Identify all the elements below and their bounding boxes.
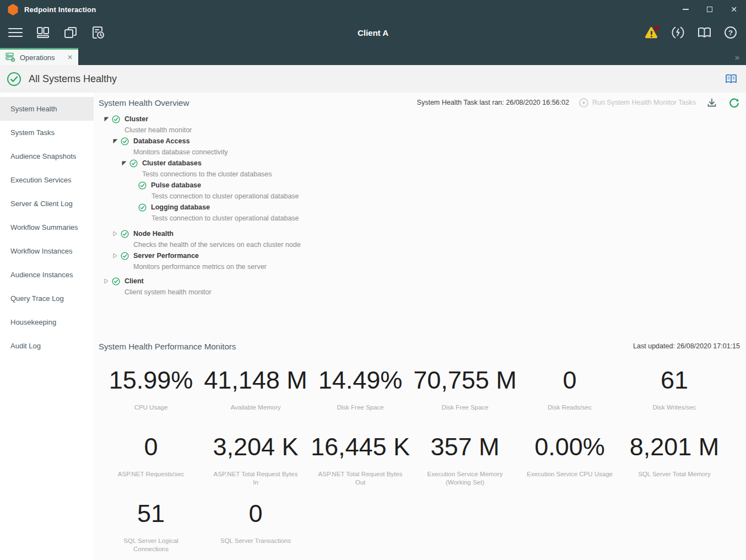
metric-disk-free-space-mb: 70,755 MDisk Free Space [413,360,517,427]
metric-label: ASP.NET Total Request Bytes Out [308,470,413,487]
tree-node-desc: Tests connection to cluster operational … [99,213,740,224]
sidebar-item-workflow-instances[interactable]: Workflow Instances [0,239,94,263]
metric-label: Execution Service Memory (Working Set) [413,470,517,487]
metric-label: SQL Server Total Memory [622,470,727,478]
sync-icon[interactable] [670,25,685,40]
tab-strip: Operations ✕ » [0,46,746,65]
sidebar-item-system-health[interactable]: System Health [0,97,94,121]
tab-overflow-chevron-icon[interactable]: » [735,53,739,61]
metric-label: ASP.NET Requests/sec [99,470,203,478]
system-status-bar: All Systems Healthy [0,65,746,93]
window-controls: ✕ [673,0,746,19]
metric-value: 51 [99,494,203,534]
status-text: All Systems Healthy [29,73,117,85]
documentation-book-icon[interactable] [696,25,712,40]
tab-operations[interactable]: Operations ✕ [0,48,78,65]
sidebar-item-audience-instances[interactable]: Audience Instances [0,263,94,287]
healthy-check-icon [7,72,21,87]
metric-sql-logical-connections: 51SQL Server Logical Connections [99,494,203,560]
tree-node-label: Node Health [133,230,174,238]
metric-value: 0 [99,427,203,467]
healthy-check-icon [121,137,129,146]
tab-label: Operations [20,53,55,62]
close-button[interactable]: ✕ [722,0,746,19]
main-toolbar: Client A [0,19,746,46]
tree-node-label: Cluster databases [142,159,202,167]
monitors-header: System Health Performance Monitors Last … [99,337,740,355]
expander-expanded-icon[interactable] [103,117,110,122]
metric-value: 0.00% [517,427,622,467]
run-monitor-tasks-button[interactable]: Run System Health Monitor Tasks [579,98,696,107]
metric-value: 0 [203,494,308,534]
svg-text:?: ? [728,29,733,37]
healthy-check-icon [129,159,138,168]
redpoint-logo-icon [7,4,19,15]
maximize-button[interactable] [698,0,722,19]
expander-collapsed-icon[interactable] [103,278,110,284]
healthy-check-icon [112,115,120,123]
tree-node-cluster-databases[interactable]: Cluster databases [99,158,740,169]
metric-label: Disk Reads/sec [517,403,622,412]
tree-node-label: Pulse database [151,181,201,189]
tree-node-server-performance[interactable]: Server Performance [99,250,740,261]
sidebar-item-housekeeping[interactable]: Housekeeping [0,310,94,334]
expander-expanded-icon[interactable] [121,161,127,166]
tab-close-icon[interactable]: ✕ [67,54,73,61]
metric-value: 16,445 K [308,427,413,467]
monitors-title: System Health Performance Monitors [99,342,236,351]
tree-node-logging-database[interactable]: Logging database [99,202,740,213]
last-updated-text: Last updated: 26/08/2020 17:01:15 [633,342,740,350]
tree-node-label: Client [125,277,144,285]
help-icon[interactable]: ? [723,25,738,40]
tree-node-desc: Monitors performance metrics on the serv… [99,261,740,272]
tree-node-label: Logging database [151,203,210,211]
workspace-icon[interactable] [35,25,51,40]
tree-node-cluster[interactable]: Cluster [99,114,740,125]
content-area: System Health Overview System Health Tas… [94,93,746,560]
tree-node-client[interactable]: Client [99,276,740,287]
metric-aspnet-bytes-in: 3,204 KASP.NET Total Request Bytes In [203,427,308,494]
metric-disk-reads: 0Disk Reads/sec [517,360,622,427]
healthy-check-icon [112,277,120,286]
expander-collapsed-icon[interactable] [112,231,118,236]
metric-label: Available Memory [203,403,308,412]
metric-label: SQL Server Logical Connections [99,537,203,553]
scheduled-document-icon[interactable] [90,25,106,40]
last-ran-text: System Health Task last ran: 26/08/2020 … [417,99,569,106]
expander-expanded-icon[interactable] [112,139,118,144]
tree-node-label: Database Access [133,137,190,145]
report-book-icon[interactable] [725,74,739,84]
overview-header: System Health Overview System Health Tas… [99,94,740,111]
alerts-warning-icon[interactable] [644,25,659,40]
metric-value: 15.99% [99,360,203,400]
refresh-icon[interactable] [728,96,740,109]
copy-icon[interactable] [63,25,78,40]
sidebar-item-system-tasks[interactable]: System Tasks [0,121,94,144]
metric-value: 70,755 M [413,360,517,400]
tree-node-desc: Cluster health monitor [99,125,740,136]
metric-disk-free-space-pct: 14.49%Disk Free Space [308,360,413,427]
metric-value: 14.49% [308,360,413,400]
healthy-check-icon [138,203,147,212]
metric-value: 0 [517,360,622,400]
tree-node-desc: Client system health monitor [99,287,740,298]
sidebar-item-audience-snapshots[interactable]: Audience Snapshots [0,144,94,168]
healthy-check-icon [121,230,129,238]
menu-icon[interactable] [8,25,23,40]
tree-node-node-health[interactable]: Node Health [99,228,740,239]
sidebar-item-query-trace-log[interactable]: Query Trace Log [0,287,94,310]
metric-aspnet-bytes-out: 16,445 KASP.NET Total Request Bytes Out [308,427,413,494]
tree-node-pulse-database[interactable]: Pulse database [99,180,740,191]
app-title: Redpoint Interaction [24,6,96,14]
minimize-button[interactable] [673,0,698,19]
operations-server-gear-icon [6,52,15,62]
sidebar-item-execution-services[interactable]: Execution Services [0,168,94,192]
sidebar-item-server-client-log[interactable]: Server & Client Log [0,192,94,216]
sidebar-item-workflow-summaries[interactable]: Workflow Summaries [0,216,94,239]
expander-collapsed-icon[interactable] [112,253,118,259]
download-icon[interactable] [706,96,718,109]
healthy-check-icon [138,181,147,190]
tree-node-database-access[interactable]: Database Access [99,136,740,147]
metric-disk-writes: 61Disk Writes/sec [622,360,727,427]
sidebar-item-audit-log[interactable]: Audit Log [0,334,94,358]
